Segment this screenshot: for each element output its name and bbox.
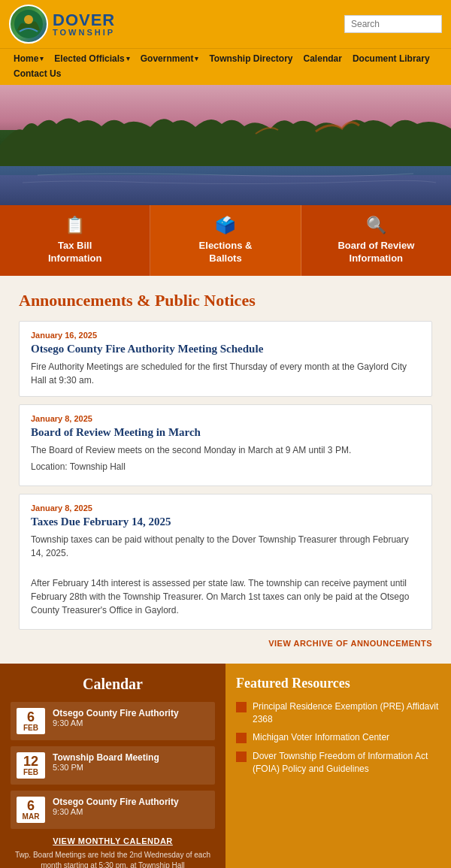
logo-township-text: TOWNSHIP: [53, 29, 115, 37]
announcements-title: Announcements & Public Notices: [19, 291, 432, 310]
featured-item-1[interactable]: Principal Residence Exemption (PRE) Affi…: [236, 700, 440, 726]
nav-home[interactable]: Home ▾: [9, 52, 48, 65]
hero-image: [0, 85, 451, 205]
svg-point-1: [24, 15, 33, 24]
featured-label-1: Principal Residence Exemption (PRE) Affi…: [253, 700, 440, 726]
ann-body-2: The Board of Review meets on the second …: [31, 443, 420, 473]
tax-label: Tax BillInformation: [48, 240, 102, 265]
cal-date-num-3: 6: [20, 799, 41, 812]
nav-government[interactable]: Government ▾: [136, 52, 204, 65]
nav-calendar[interactable]: Calendar: [299, 52, 347, 65]
cal-date-month-2: FEB: [20, 768, 41, 776]
site-header: DOVER TOWNSHIP Home ▾ Elected Officials …: [0, 0, 451, 85]
quick-link-elections[interactable]: 🗳️ Elections &Ballots: [150, 205, 301, 276]
announcement-item: January 8, 2025 Taxes Due February 14, 2…: [19, 494, 432, 630]
cal-event-time-3: 9:30 AM: [53, 807, 209, 816]
ann-body-3: Township taxes can be paid without penal…: [31, 533, 420, 617]
quick-link-board[interactable]: 🔍 Board of ReviewInformation: [301, 205, 451, 276]
logo-icon: [9, 5, 48, 44]
cal-event-time-2: 5:30 PM: [53, 763, 209, 772]
nav-contact-us[interactable]: Contact Us: [9, 67, 65, 80]
quick-link-tax[interactable]: 📋 Tax BillInformation: [0, 205, 150, 276]
calendar-title: Calendar: [11, 676, 215, 693]
cal-event-3: 6 MAR Otsego County Fire Authority 9:30 …: [11, 791, 215, 829]
cal-date-box-2: 12 FEB: [17, 752, 45, 779]
featured-icon-3: [236, 752, 247, 762]
cal-date-box-3: 6 MAR: [17, 797, 45, 823]
cal-event-time-1: 9:30 AM: [53, 718, 209, 727]
featured-label-3: Dover Township Freedom of Information Ac…: [253, 750, 440, 776]
ann-date-3: January 8, 2025: [31, 504, 420, 513]
search-bar[interactable]: [344, 15, 442, 33]
featured-title: Featured Resources: [236, 676, 440, 691]
cal-event-1: 6 FEB Otsego County Fire Authority 9:30 …: [11, 702, 215, 740]
elections-icon: 🗳️: [215, 216, 235, 235]
logo-dover-text: DOVER: [53, 12, 115, 29]
nav-elected-officials[interactable]: Elected Officials ▾: [50, 52, 134, 65]
announcement-item: January 8, 2025 Board of Review Meeting …: [19, 404, 432, 486]
cal-date-month-1: FEB: [20, 724, 41, 732]
featured-icon-1: [236, 702, 247, 712]
calendar-note: Twp. Board Meetings are held the 2nd Wed…: [11, 850, 215, 868]
quick-links-bar: 📋 Tax BillInformation 🗳️ Elections &Ball…: [0, 205, 451, 276]
board-icon: 🔍: [366, 216, 386, 235]
archive-link[interactable]: VIEW ARCHIVE OF ANNOUNCEMENTS: [268, 639, 432, 648]
announcements-section: Announcements & Public Notices January 1…: [0, 276, 451, 664]
featured-label-2: Michigan Voter Information Center: [253, 731, 389, 744]
featured-section: Featured Resources Principal Residence E…: [226, 664, 451, 868]
tax-icon: 📋: [65, 216, 85, 235]
cal-date-month-3: MAR: [20, 812, 41, 821]
ann-body-1: Fire Authority Meetings are scheduled fo…: [31, 360, 420, 387]
cal-event-title-2: Township Board Meeting: [53, 752, 209, 763]
cal-event-title-3: Otsego County Fire Authority: [53, 797, 209, 807]
logo-area: DOVER TOWNSHIP: [9, 5, 115, 44]
ann-title-2: Board of Review Meeting in March: [31, 426, 420, 439]
nav-township-directory[interactable]: Township Directory: [204, 52, 297, 65]
cal-event-title-1: Otsego County Fire Authority: [53, 708, 209, 718]
view-archive[interactable]: VIEW ARCHIVE OF ANNOUNCEMENTS: [19, 637, 432, 649]
view-calendar-link[interactable]: VIEW MONTHLY CALENDAR: [11, 836, 215, 845]
cal-event-details-2: Township Board Meeting 5:30 PM: [53, 752, 209, 772]
main-nav: Home ▾ Elected Officials ▾ Government ▾ …: [0, 48, 451, 85]
featured-item-2[interactable]: Michigan Voter Information Center: [236, 731, 440, 744]
cal-event-2: 12 FEB Township Board Meeting 5:30 PM: [11, 746, 215, 785]
ann-title-1: Otsego County Fire Authority Meeting Sch…: [31, 343, 420, 355]
nav-document-library[interactable]: Document Library: [348, 52, 434, 65]
elections-label: Elections &Ballots: [199, 240, 253, 265]
ann-title-3: Taxes Due February 14, 2025: [31, 516, 420, 528]
ann-date-2: January 8, 2025: [31, 414, 420, 423]
search-input[interactable]: [344, 15, 442, 33]
featured-item-3[interactable]: Dover Township Freedom of Information Ac…: [236, 750, 440, 776]
logo-text: DOVER TOWNSHIP: [53, 12, 115, 37]
cal-date-num-2: 12: [20, 755, 41, 768]
cal-date-num-1: 6: [20, 710, 41, 724]
featured-icon-2: [236, 733, 247, 743]
calendar-section: Calendar 6 FEB Otsego County Fire Author…: [0, 664, 226, 868]
svg-rect-4: [0, 166, 451, 205]
cal-date-box-1: 6 FEB: [17, 708, 45, 734]
two-col-section: Calendar 6 FEB Otsego County Fire Author…: [0, 664, 451, 868]
cal-event-details-3: Otsego County Fire Authority 9:30 AM: [53, 797, 209, 816]
cal-event-details-1: Otsego County Fire Authority 9:30 AM: [53, 708, 209, 727]
ann-date-1: January 16, 2025: [31, 331, 420, 340]
board-label: Board of ReviewInformation: [337, 240, 414, 265]
announcement-item: January 16, 2025 Otsego County Fire Auth…: [19, 321, 432, 397]
